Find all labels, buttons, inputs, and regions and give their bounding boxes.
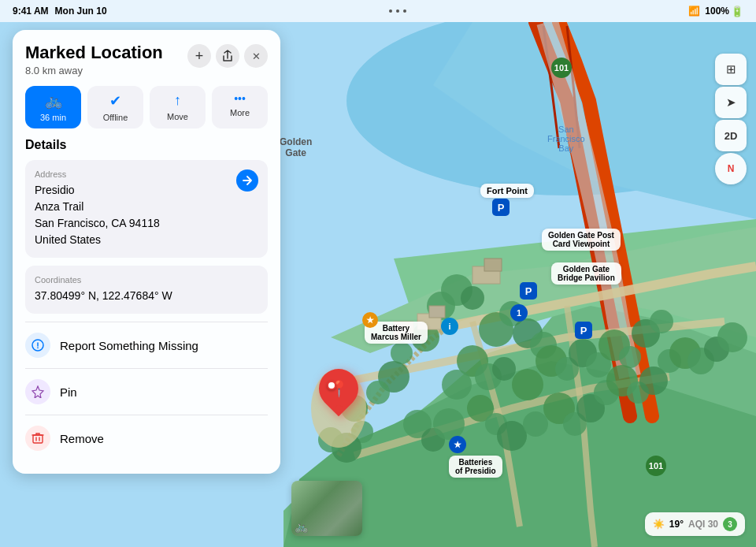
- add-button[interactable]: +: [187, 44, 211, 68]
- panel-header: Marked Location 8.0 km away + ✕: [25, 43, 268, 76]
- svg-point-8: [461, 286, 484, 310]
- bike-button[interactable]: 🚲 36 min: [25, 86, 81, 128]
- status-time: 9:41 AM: [13, 6, 49, 17]
- battery-percent: 100%: [705, 6, 729, 17]
- address-value: Presidio Anza Trail San Francisco, CA 94…: [35, 182, 160, 248]
- svg-point-36: [497, 421, 527, 451]
- status-bar: 9:41 AM Mon Jun 10 📶 100% 🔋: [0, 0, 756, 22]
- svg-point-21: [442, 370, 472, 400]
- status-bar-left: 9:41 AM Mon Jun 10: [13, 6, 107, 17]
- panel-header-buttons: + ✕: [187, 44, 268, 68]
- pin-item[interactable]: Pin: [25, 368, 268, 415]
- compass-label: N: [728, 163, 735, 174]
- coordinates-label: Coordinates: [35, 275, 258, 285]
- offline-button[interactable]: ✔ Offline: [87, 86, 143, 128]
- panel-title-group: Marked Location 8.0 km away: [25, 43, 187, 76]
- compass[interactable]: N: [715, 153, 747, 184]
- weather-icon: ☀️: [653, 519, 665, 530]
- layers-button[interactable]: ⊞: [715, 54, 747, 85]
- map-thumbnail[interactable]: 🚲: [291, 481, 362, 536]
- weather-temp: 19°: [669, 519, 684, 530]
- more-button[interactable]: ••• More: [212, 86, 268, 128]
- panel-subtitle: 8.0 km away: [25, 65, 187, 76]
- svg-point-29: [650, 310, 673, 333]
- address-line1: Presidio: [35, 184, 75, 196]
- panel-title: Marked Location: [25, 43, 187, 63]
- report-icon: [25, 333, 50, 358]
- map-controls: ⊞ ➤ 2D N: [715, 54, 747, 184]
- offline-icon: ✔: [109, 92, 121, 110]
- move-label: Move: [167, 112, 188, 121]
- location-panel: Marked Location 8.0 km away + ✕ 🚲 36 min…: [13, 30, 280, 474]
- dot3: [403, 9, 406, 13]
- address-line2: Anza Trail: [35, 200, 83, 213]
- remove-label: Remove: [60, 432, 104, 445]
- svg-rect-56: [429, 306, 445, 318]
- svg-point-30: [512, 369, 543, 400]
- weather-badge: ☀️ 19° AQI 30 3: [645, 512, 745, 536]
- bike-icon: 🚲: [45, 92, 62, 110]
- status-bar-right: 📶 100% 🔋: [688, 6, 743, 17]
- svg-point-20: [492, 357, 516, 381]
- weather-aqi-label: AQI 30: [688, 519, 718, 530]
- svg-point-17: [366, 381, 390, 404]
- svg-rect-57: [394, 322, 413, 336]
- 2d-button[interactable]: 2D: [715, 120, 747, 151]
- address-navigate-button[interactable]: [236, 169, 258, 192]
- offline-label: Offline: [103, 113, 128, 122]
- share-icon: [222, 50, 233, 62]
- trash-svg-icon: [32, 432, 44, 445]
- wifi-icon: 📶: [688, 6, 700, 17]
- report-svg-icon: [32, 339, 44, 352]
- svg-rect-59: [484, 259, 502, 271]
- move-icon: ↑: [174, 92, 181, 109]
- svg-point-37: [523, 411, 548, 437]
- coordinates-card: Coordinates 37.80499° N, 122.47684° W: [25, 266, 268, 314]
- battery-icon: 🔋: [731, 6, 743, 17]
- pin-item-icon: [25, 379, 50, 404]
- move-button[interactable]: ↑ Move: [150, 86, 206, 128]
- status-date: Mon Jun 10: [55, 6, 107, 17]
- share-button[interactable]: [216, 44, 239, 68]
- status-bar-center: [389, 9, 406, 13]
- svg-point-49: [717, 322, 747, 352]
- svg-point-27: [619, 346, 641, 368]
- address-line3: San Francisco, CA 94118: [35, 217, 160, 229]
- remove-item[interactable]: Remove: [25, 415, 268, 461]
- aqi-badge: 3: [723, 517, 737, 531]
- dot2: [396, 9, 399, 13]
- thumbnail-bike-icon: 🚲: [295, 520, 308, 533]
- battery-indicator: 100% 🔋: [705, 6, 743, 17]
- svg-point-33: [433, 408, 465, 440]
- pin-label: Pin: [60, 385, 77, 399]
- report-item[interactable]: Report Something Missing: [25, 322, 268, 368]
- svg-rect-61: [33, 435, 43, 443]
- svg-point-54: [311, 369, 366, 448]
- address-line4: United States: [35, 233, 101, 246]
- remove-icon: [25, 426, 50, 451]
- close-button[interactable]: ✕: [244, 44, 268, 68]
- details-heading: Details: [25, 138, 268, 152]
- address-content: Address Presidio Anza Trail San Francisc…: [35, 169, 160, 248]
- address-card-row: Address Presidio Anza Trail San Francisc…: [35, 169, 258, 248]
- bike-label: 36 min: [40, 113, 66, 122]
- report-label: Report Something Missing: [60, 339, 198, 352]
- address-card: Address Presidio Anza Trail San Francisc…: [25, 160, 268, 258]
- svg-point-15: [391, 342, 413, 364]
- more-label: More: [230, 108, 250, 117]
- action-buttons-row: 🚲 36 min ✔ Offline ↑ Move ••• More: [25, 86, 268, 128]
- coordinates-value: 37.80499° N, 122.47684° W: [35, 288, 258, 304]
- more-icon: •••: [234, 92, 246, 105]
- location-button[interactable]: ➤: [715, 87, 747, 118]
- address-label: Address: [35, 169, 160, 179]
- dot1: [389, 9, 392, 13]
- pin-svg-icon: [32, 385, 44, 398]
- navigate-icon: [243, 176, 252, 185]
